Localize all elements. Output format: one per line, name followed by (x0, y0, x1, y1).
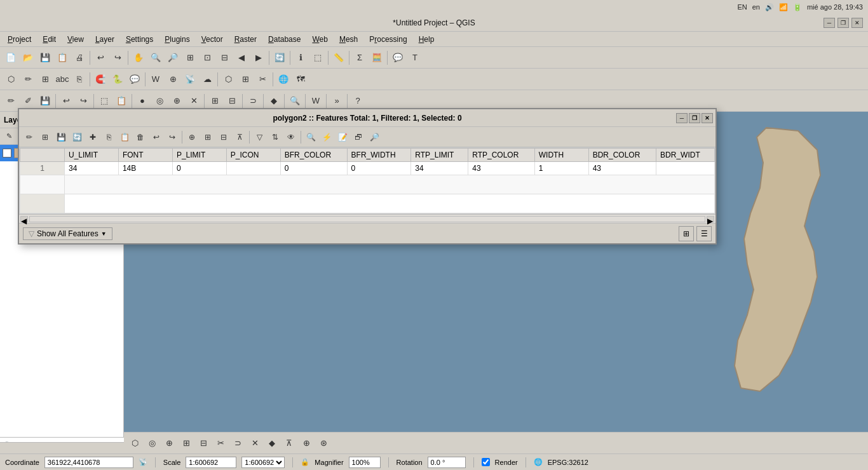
magnifier-input[interactable] (349, 457, 381, 468)
vector-tool1[interactable]: ⬡ (220, 71, 236, 88)
col-bfrwidth[interactable]: BFR_WIDTH (347, 149, 411, 162)
save-edits-btn[interactable]: 💾 (53, 130, 69, 145)
footer-table-btn[interactable]: ☰ (696, 226, 712, 241)
add-layer-btn[interactable]: ✎ (3, 130, 15, 143)
open-button[interactable]: 📂 (20, 50, 36, 66)
dialog-minimize-button[interactable]: ─ (676, 113, 688, 123)
node-tool[interactable]: ◆ (266, 93, 282, 109)
invert-sel-btn[interactable]: ⊼ (232, 130, 247, 145)
bottom-btn-12[interactable]: ⊛ (315, 435, 332, 452)
bottom-btn-4[interactable]: ⊞ (178, 435, 194, 452)
wkt-button[interactable]: W (147, 71, 164, 88)
undo-btn[interactable]: ↩ (149, 130, 164, 145)
col-width[interactable]: WIDTH (534, 149, 588, 162)
deselect-btn[interactable]: ⊟ (216, 130, 231, 145)
form-btn[interactable]: 📝 (335, 130, 350, 145)
rotation-input[interactable] (428, 457, 466, 468)
col-bfrcolor[interactable]: BFR_COLOR (280, 149, 347, 162)
zoom-next-button[interactable]: ▶ (250, 50, 267, 66)
menu-project[interactable]: Project (3, 34, 36, 45)
annotation-button[interactable]: 💬 (390, 50, 406, 66)
vector-tool2[interactable]: ⊞ (237, 71, 254, 88)
summary-button[interactable]: Σ (351, 50, 368, 66)
raster-tool2[interactable]: 🗺 (292, 71, 309, 88)
menu-edit[interactable]: Edit (37, 34, 61, 45)
col-vis-btn[interactable]: 👁 (283, 130, 299, 145)
zoom-select-button[interactable]: ⊟ (216, 50, 233, 66)
rollback[interactable]: ↩ (58, 93, 74, 109)
delete-sel-btn[interactable]: 🗑 (133, 130, 148, 145)
menu-vector[interactable]: Vector (196, 34, 228, 45)
edit-toggle[interactable]: ✏ (3, 93, 19, 109)
copy-expr-btn[interactable]: 🔎 (367, 130, 382, 145)
menu-settings[interactable]: Settings (121, 34, 158, 45)
cell-width[interactable]: 1 (534, 162, 588, 175)
python-button[interactable]: 🐍 (109, 71, 126, 88)
menu-raster[interactable]: Raster (229, 34, 262, 45)
zoom-map-btn[interactable]: 🔍 (303, 130, 318, 145)
bottom-btn-3[interactable]: ⊕ (161, 435, 177, 452)
zoom-sel[interactable]: 🔍 (287, 93, 303, 109)
hscroll-bar[interactable]: ◀ ▶ (19, 214, 715, 223)
delete-btn[interactable]: ✕ (186, 93, 202, 109)
close-button[interactable]: ✕ (851, 18, 863, 28)
zoom-out-button[interactable]: 🔎 (165, 50, 181, 66)
show-all-features-button[interactable]: ▽ Show All Features ▼ (23, 227, 112, 240)
zoom-full-button[interactable]: ⊞ (182, 50, 198, 66)
bottom-btn-11[interactable]: ⊕ (298, 435, 315, 452)
bottom-btn-6[interactable]: ✂ (212, 435, 229, 452)
bottom-btn-5[interactable]: ⊟ (195, 435, 212, 452)
col-bdrcolor[interactable]: BDR_COLOR (588, 149, 656, 162)
hscroll-left-btn[interactable]: ◀ (20, 216, 28, 222)
menu-mesh[interactable]: Mesh (334, 34, 363, 45)
snapping-button[interactable]: 🧲 (92, 71, 109, 88)
bottom-btn-9[interactable]: ◆ (264, 435, 280, 452)
raster-tool1[interactable]: 🌐 (275, 71, 292, 88)
vector-tool3[interactable]: ✂ (254, 71, 271, 88)
flash-btn[interactable]: ⚡ (319, 130, 334, 145)
digitize1[interactable]: ⬡ (3, 71, 19, 88)
cell-picon[interactable] (226, 162, 280, 175)
menu-view[interactable]: View (62, 34, 89, 45)
multi-edit-btn[interactable]: ⊞ (37, 130, 53, 145)
identify-button[interactable]: ℹ (292, 50, 309, 66)
dialog-restore-button[interactable]: ❐ (689, 113, 700, 123)
select-expr-btn[interactable]: ⊕ (184, 130, 200, 145)
text-button[interactable]: T (407, 50, 423, 66)
snap-edit[interactable]: ✐ (20, 93, 36, 109)
dock-btn[interactable]: 🗗 (351, 130, 366, 145)
bottom-btn-1[interactable]: ⬡ (126, 435, 143, 452)
wkt2-btn[interactable]: W (308, 93, 324, 109)
redo-edits[interactable]: ↪ (75, 93, 92, 109)
gps-button[interactable]: 📡 (182, 71, 198, 88)
zoom-layer-button[interactable]: ⊡ (199, 50, 215, 66)
minimize-button[interactable]: ─ (824, 18, 835, 28)
filter-btn[interactable]: ▽ (252, 130, 267, 145)
explode-btn[interactable]: ⊞ (207, 93, 223, 109)
scale-input[interactable] (186, 457, 236, 468)
add-part[interactable]: ⊕ (168, 93, 185, 109)
save-as-button[interactable]: 📋 (54, 50, 71, 66)
col-plimit[interactable]: P_LIMIT (172, 149, 226, 162)
footer-form-btn[interactable]: ⊞ (679, 226, 694, 241)
coordinate-input[interactable] (44, 457, 133, 468)
menu-database[interactable]: Database (263, 34, 306, 45)
bottom-btn-8[interactable]: ✕ (247, 435, 263, 452)
cell-bdrcolor[interactable]: 43 (588, 162, 656, 175)
cell-rtplimit[interactable]: 34 (411, 162, 468, 175)
undo-button[interactable]: ↩ (92, 50, 109, 66)
qgis-server-button[interactable]: ☁ (199, 71, 215, 88)
bottom-btn-2[interactable]: ◎ (144, 435, 160, 452)
restore-button[interactable]: ❐ (837, 18, 849, 28)
cell-ulimit[interactable]: 34 (65, 162, 119, 175)
redo-btn[interactable]: ↪ (165, 130, 180, 145)
reload-btn[interactable]: 🔄 (69, 130, 85, 145)
more-btn[interactable]: » (329, 93, 345, 109)
edit-toggle-btn[interactable]: ✏ (22, 130, 37, 145)
col-font[interactable]: FONT (118, 149, 172, 162)
paste-feat[interactable]: 📋 (113, 93, 130, 109)
hscroll-track[interactable] (29, 216, 705, 222)
select-button[interactable]: ⬚ (309, 50, 326, 66)
col-bdrwidt[interactable]: BDR_WIDT (656, 149, 715, 162)
digitize5[interactable]: ⎘ (71, 71, 88, 88)
